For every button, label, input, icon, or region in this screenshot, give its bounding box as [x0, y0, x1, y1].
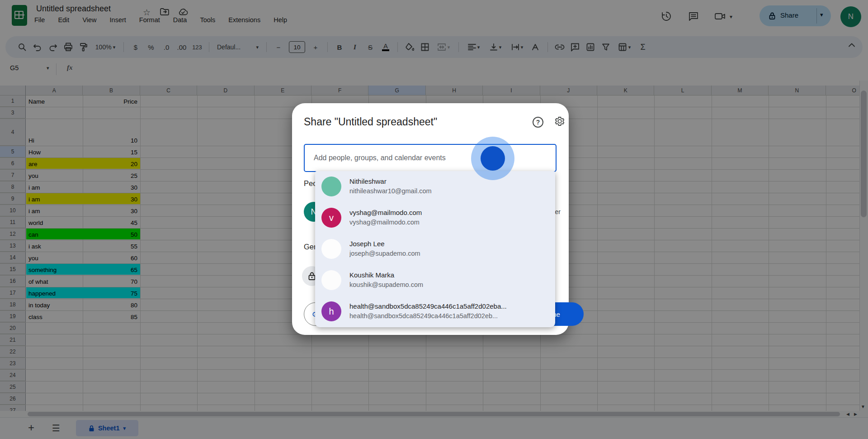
- suggestion-name: Joseph Lee: [349, 240, 550, 248]
- share-dialog: Share "Untitled spreadsheet" ? Add peopl…: [292, 103, 569, 335]
- suggestion-avatar: [321, 177, 341, 196]
- suggestion-name: Koushik Marka: [349, 271, 550, 279]
- suggestion-avatar: v: [321, 208, 341, 228]
- suggestion-email: vyshag@mailmodo.com: [349, 219, 550, 226]
- suggestion-email: koushik@supademo.com: [349, 281, 550, 288]
- suggestion-email: joseph@supademo.com: [349, 250, 550, 257]
- suggestion-email: nithileashwar10@gmail.com: [349, 187, 550, 195]
- suggestion-email: health@sandbox5dca85249ca446c1a5aff2d02e…: [349, 312, 550, 320]
- suggestion-name: health@sandbox5dca85249ca446c1a5aff2d02e…: [349, 302, 550, 310]
- suggestion-item-4[interactable]: Koushik Markakoushik@supademo.com: [315, 265, 555, 296]
- suggestion-item-1[interactable]: Nithileshwarnithileashwar10@gmail.com: [315, 171, 555, 202]
- help-icon[interactable]: ?: [533, 117, 543, 128]
- suggestion-item-2[interactable]: vvyshag@mailmodo.comvyshag@mailmodo.com: [315, 202, 555, 234]
- click-indicator-inner: [481, 146, 505, 171]
- settings-gear-icon[interactable]: [554, 116, 565, 127]
- suggestion-name: vyshag@mailmodo.com: [349, 209, 550, 216]
- suggestion-name: Nithileshwar: [349, 177, 550, 185]
- suggestion-avatar: [321, 239, 341, 259]
- google-sheets-window: Untitled spreadsheet ☆ FileEditViewInser…: [0, 0, 868, 439]
- suggestion-avatar: h: [321, 301, 341, 321]
- suggestion-avatar: [321, 270, 341, 290]
- people-suggestions-dropdown: Nithileshwarnithileashwar10@gmail.comvvy…: [315, 171, 555, 327]
- add-people-placeholder: Add people, groups, and calendar events: [314, 154, 446, 162]
- suggestion-item-5[interactable]: hhealth@sandbox5dca85249ca446c1a5aff2d02…: [315, 296, 555, 327]
- suggestion-item-3[interactable]: Joseph Leejoseph@supademo.com: [315, 234, 555, 265]
- share-dialog-title: Share "Untitled spreadsheet": [304, 116, 437, 128]
- add-people-input[interactable]: Add people, groups, and calendar events: [304, 144, 557, 172]
